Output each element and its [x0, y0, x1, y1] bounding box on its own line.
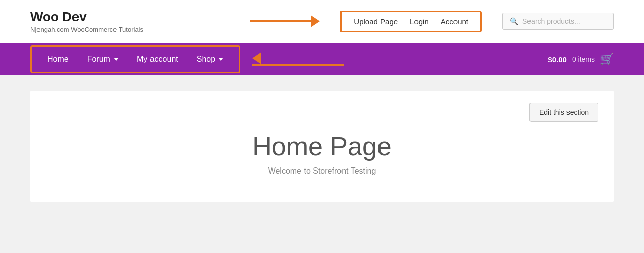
top-nav-boxed: Upload Page Login Account	[340, 11, 482, 32]
account-link[interactable]: Account	[441, 17, 468, 26]
nav-items-boxed: Home Forum My account Shop	[30, 45, 240, 73]
nav-item-shop[interactable]: Shop	[190, 51, 231, 68]
arrow-shaft	[250, 20, 311, 22]
arrow-shaft-left	[252, 64, 344, 66]
shop-chevron-icon	[218, 58, 223, 61]
arrow-right-annotation	[250, 15, 320, 27]
forum-chevron-icon	[113, 58, 119, 61]
content-area: Edit this section Home Page Welcome to S…	[0, 75, 644, 217]
search-icon: 🔍	[510, 17, 518, 25]
site-branding: Woo Dev Njengah.com WooCommerce Tutorial…	[30, 9, 143, 33]
primary-nav: Home Forum My account Shop $0.00 0 items	[0, 43, 644, 75]
search-box[interactable]: 🔍 Search products...	[502, 13, 614, 30]
arrow-head-left	[252, 52, 261, 64]
page-title: Home Page	[51, 131, 593, 161]
site-title: Woo Dev	[30, 9, 143, 25]
top-nav-area: Upload Page Login Account 🔍 Search produ…	[250, 11, 614, 32]
cart-area[interactable]: $0.00 0 items 🛒	[548, 53, 614, 66]
edit-section-button[interactable]: Edit this section	[529, 103, 598, 122]
upload-page-link[interactable]: Upload Page	[354, 17, 398, 26]
top-bar: Woo Dev Njengah.com WooCommerce Tutorial…	[0, 0, 644, 43]
nav-item-my-account[interactable]: My account	[130, 51, 185, 68]
cart-amount: $0.00	[548, 55, 567, 64]
cart-items-count: 0 items	[572, 55, 595, 63]
content-card: Edit this section Home Page Welcome to S…	[30, 91, 614, 202]
arrow-left	[252, 52, 344, 66]
primary-nav-left: Home Forum My account Shop	[30, 45, 344, 73]
search-placeholder-text: Search products...	[522, 17, 580, 25]
arrow-left-annotation	[252, 52, 344, 66]
nav-item-home[interactable]: Home	[40, 51, 76, 68]
site-tagline: Njengah.com WooCommerce Tutorials	[30, 26, 143, 33]
nav-item-forum[interactable]: Forum	[80, 51, 126, 68]
page-subtitle: Welcome to Storefront Testing	[51, 166, 593, 176]
cart-icon: 🛒	[600, 53, 614, 66]
arrow-head	[311, 15, 320, 27]
login-link[interactable]: Login	[410, 17, 429, 26]
